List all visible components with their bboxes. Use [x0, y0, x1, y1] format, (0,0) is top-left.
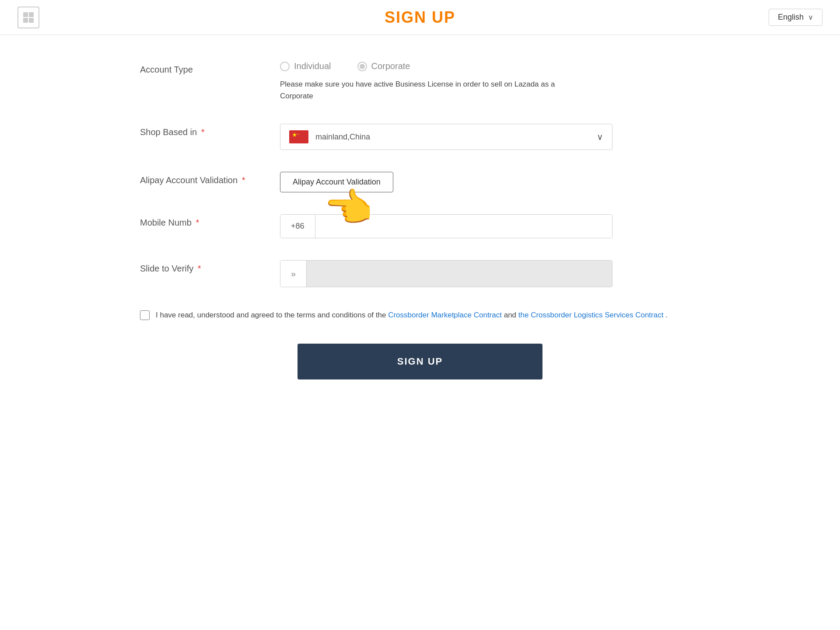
account-type-label: Account Type	[140, 61, 280, 75]
shop-based-label: Shop Based in *	[140, 124, 280, 137]
header: SIGN UP English ∨	[0, 0, 840, 35]
alipay-button[interactable]: Alipay Account Validation	[280, 172, 393, 192]
individual-option[interactable]: Individual	[280, 61, 331, 71]
corporate-radio[interactable]	[357, 62, 367, 71]
alipay-label: Alipay Account Validation *	[140, 172, 280, 185]
svg-rect-3	[29, 18, 34, 23]
alipay-field: Alipay Account Validation 👈	[280, 172, 700, 192]
main-content: Account Type Individual Corporate Please…	[114, 35, 726, 406]
slide-verify-row: Slide to Verify * »	[140, 260, 700, 287]
slide-verify-control[interactable]: »	[280, 260, 612, 287]
terms-text-middle: and	[504, 311, 518, 319]
language-selector[interactable]: English ∨	[769, 9, 822, 26]
shop-based-row: Shop Based in * mainland,China ∨	[140, 124, 700, 150]
slide-track	[307, 261, 612, 287]
terms-checkbox[interactable]	[140, 310, 150, 320]
terms-text-end: .	[665, 311, 668, 319]
language-label: English	[778, 13, 804, 22]
chevron-down-icon: ∨	[808, 13, 813, 21]
mobile-label: Mobile Numb *	[140, 214, 280, 228]
svg-rect-1	[29, 12, 34, 17]
slide-verify-field: »	[280, 260, 700, 287]
account-type-row: Account Type Individual Corporate Please…	[140, 61, 700, 102]
slide-required: *	[198, 264, 201, 273]
terms-text-before: I have read, understood and agreed to th…	[156, 311, 388, 319]
page-title: SIGN UP	[385, 8, 455, 27]
corporate-note: Please make sure you have active Busines…	[280, 78, 586, 102]
corporate-option[interactable]: Corporate	[357, 61, 410, 71]
country-select[interactable]: mainland,China ∨	[280, 124, 612, 150]
mobile-row: Mobile Numb * +86	[140, 214, 700, 238]
logo	[18, 7, 39, 28]
account-type-field: Individual Corporate Please make sure yo…	[280, 61, 700, 102]
terms-row: I have read, understood and agreed to th…	[140, 309, 700, 322]
individual-radio[interactable]	[280, 62, 290, 71]
logo-icon	[22, 11, 35, 24]
china-flag-icon	[289, 130, 308, 143]
mobile-input-group: +86	[280, 214, 612, 238]
individual-label: Individual	[294, 61, 331, 71]
alipay-row: Alipay Account Validation * Alipay Accou…	[140, 172, 700, 192]
signup-button-wrap: SIGN UP	[140, 344, 700, 379]
shop-based-field: mainland,China ∨	[280, 124, 700, 150]
signup-button[interactable]: SIGN UP	[298, 344, 542, 379]
alipay-area: Alipay Account Validation 👈	[280, 172, 393, 192]
slide-verify-label: Slide to Verify *	[140, 260, 280, 274]
svg-rect-2	[23, 18, 28, 23]
chevron-down-icon: ∨	[597, 132, 603, 142]
crossborder-logistics-link[interactable]: the Crossborder Logistics Services Contr…	[518, 311, 664, 319]
svg-rect-0	[23, 12, 28, 17]
alipay-required: *	[242, 175, 245, 185]
mobile-field: +86	[280, 214, 700, 238]
slide-handle[interactable]: »	[280, 261, 307, 287]
mobile-prefix: +86	[280, 215, 315, 238]
account-type-options: Individual Corporate	[280, 61, 700, 71]
shop-based-required: *	[201, 127, 205, 137]
crossborder-marketplace-link[interactable]: Crossborder Marketplace Contract	[388, 311, 502, 319]
mobile-required: *	[196, 218, 199, 227]
terms-text: I have read, understood and agreed to th…	[156, 309, 668, 322]
country-value: mainland,China	[315, 132, 590, 142]
mobile-number-input[interactable]	[315, 215, 612, 238]
corporate-label: Corporate	[371, 61, 410, 71]
